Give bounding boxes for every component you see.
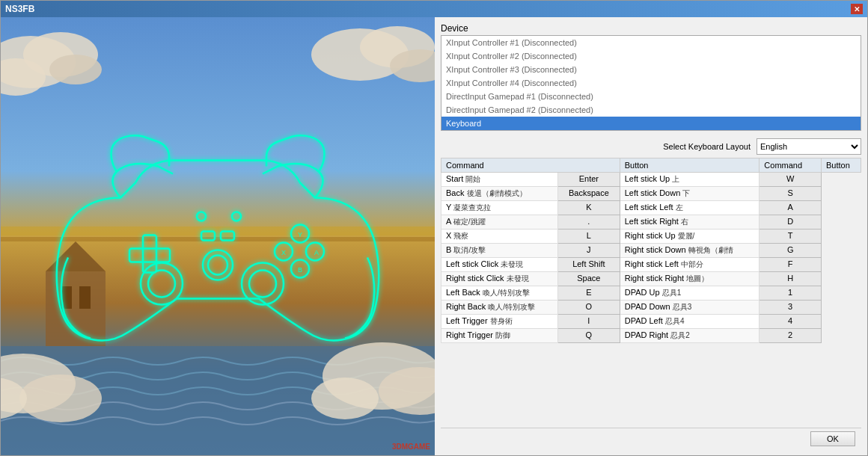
svg-point-14 bbox=[19, 375, 102, 422]
btn1-cell: Left Shift bbox=[558, 258, 620, 272]
keyboard-layout-select[interactable]: EnglishJapaneseChinese bbox=[757, 138, 861, 155]
keyboard-layout-row: Select Keyboard Layout EnglishJapaneseCh… bbox=[441, 138, 861, 155]
btn2-cell: G bbox=[760, 244, 822, 258]
cmd1-cell: X 飛察 bbox=[441, 229, 558, 244]
cmd1-cell: Right stick Click 未發現 bbox=[441, 272, 558, 286]
svg-point-25 bbox=[242, 263, 284, 305]
device-item-dinput1[interactable]: DirectInput Gamepad #1 (Disconnected) bbox=[441, 90, 861, 103]
btn1-cell: Q bbox=[558, 329, 620, 343]
keyboard-layout-label: Select Keyboard Layout bbox=[663, 142, 751, 151]
svg-point-35 bbox=[197, 212, 206, 221]
svg-text:B: B bbox=[298, 266, 302, 274]
window-title: NS3FB bbox=[5, 4, 34, 14]
cmd1-cell: Left stick Click 未發現 bbox=[441, 258, 558, 272]
btn2-cell: F bbox=[760, 258, 822, 272]
cmd1-cell: Y 凝菜查克拉 bbox=[441, 201, 558, 215]
device-item-xinput1[interactable]: XInput Controller #1 (Disconnected) bbox=[441, 36, 861, 49]
mapping-tbody: Start 開始EnterLeft stick Up 上WBack 後退（劇情模… bbox=[441, 173, 861, 343]
svg-point-34 bbox=[208, 256, 227, 275]
cmd2-cell: Right stick Left 中部分 bbox=[620, 258, 760, 272]
table-row: Start 開始EnterLeft stick Up 上W bbox=[441, 173, 861, 187]
device-label: Device bbox=[441, 23, 861, 34]
btn2-cell: H bbox=[760, 272, 822, 286]
svg-rect-31 bbox=[201, 232, 215, 241]
table-row: Right Trigger 防御QDPAD Right 忍具22 bbox=[441, 329, 861, 343]
btn1-cell: . bbox=[558, 215, 620, 229]
mapping-table: Command Button Command Button Start 開始En… bbox=[441, 158, 861, 428]
controller-svg: Y A B X bbox=[46, 108, 390, 363]
device-item-xinput2[interactable]: XInput Controller #2 (Disconnected) bbox=[441, 49, 861, 63]
table-row: Right stick Click 未發現SpaceRight stick Ri… bbox=[441, 272, 861, 286]
btn2-cell: 3 bbox=[760, 301, 822, 315]
btn1-cell: L bbox=[558, 229, 620, 244]
table-row: Left Trigger 替身術IDPAD Left 忍具44 bbox=[441, 315, 861, 329]
watermark: 3DMGAME bbox=[392, 443, 430, 451]
cmd2-cell: Left stick Up 上 bbox=[620, 173, 760, 187]
left-panel: Y A B X 3DMGAME bbox=[1, 17, 435, 455]
svg-rect-22 bbox=[129, 249, 170, 262]
controller-image: Y A B X bbox=[46, 108, 390, 365]
cmd2-cell: Left stick Down 下 bbox=[620, 187, 760, 201]
btn1-cell: Backspace bbox=[558, 187, 620, 201]
btn2-cell: D bbox=[760, 215, 822, 229]
svg-point-36 bbox=[232, 212, 241, 221]
cmd2-cell: DPAD Left 忍具4 bbox=[620, 315, 760, 329]
key-mapping-table: Command Button Command Button Start 開始En… bbox=[441, 158, 861, 343]
ok-button[interactable]: OK bbox=[810, 431, 855, 446]
btn2-cell: 4 bbox=[760, 315, 822, 329]
svg-text:A: A bbox=[314, 249, 319, 256]
btn1-cell: I bbox=[558, 315, 620, 329]
table-row: A 確定/跳躍.Left stick Right 右D bbox=[441, 215, 861, 229]
btn2-cell: A bbox=[760, 201, 822, 215]
btn2-cell: 2 bbox=[760, 329, 822, 343]
device-list[interactable]: XInput Controller #1 (Disconnected)XInpu… bbox=[441, 35, 861, 131]
header-command-1: Command bbox=[441, 158, 620, 173]
btn1-cell: Enter bbox=[558, 173, 620, 187]
btn1-cell: K bbox=[558, 201, 620, 215]
table-row: Left Back 喚人/特別攻擊EDPAD Up 忍具11 bbox=[441, 286, 861, 301]
right-panel: Device XInput Controller #1 (Disconnecte… bbox=[435, 17, 867, 455]
device-item-xinput4[interactable]: XInput Controller #4 (Disconnected) bbox=[441, 76, 861, 90]
cmd2-cell: Left stick Right 右 bbox=[620, 215, 760, 229]
device-section: Device XInput Controller #1 (Disconnecte… bbox=[441, 23, 861, 131]
header-button-1: Button bbox=[620, 158, 760, 173]
svg-text:X: X bbox=[281, 249, 286, 256]
table-header-row: Command Button Command Button bbox=[441, 158, 861, 173]
cmd1-cell: Start 開始 bbox=[441, 173, 558, 187]
btn2-cell: W bbox=[760, 173, 822, 187]
device-item-dinput2[interactable]: DirectInput Gamepad #2 (Disconnected) bbox=[441, 103, 861, 117]
btn2-cell: 1 bbox=[760, 286, 822, 301]
table-row: X 飛察LRight stick Up 愛麗/T bbox=[441, 229, 861, 244]
cmd2-cell: DPAD Down 忍具3 bbox=[620, 301, 760, 315]
main-window: NS3FB ✕ bbox=[0, 0, 868, 456]
cmd2-cell: Right stick Up 愛麗/ bbox=[620, 229, 760, 244]
svg-text:Y: Y bbox=[298, 231, 302, 238]
svg-point-26 bbox=[249, 271, 276, 298]
btn2-cell: T bbox=[760, 229, 822, 244]
cmd1-cell: Right Trigger 防御 bbox=[441, 329, 558, 343]
header-command-2: Command bbox=[760, 158, 822, 173]
device-item-keyboard[interactable]: Keyboard bbox=[441, 117, 861, 130]
svg-point-18 bbox=[311, 378, 379, 419]
cmd1-cell: Back 後退（劇情模式） bbox=[441, 187, 558, 201]
device-item-xinput3[interactable]: XInput Controller #3 (Disconnected) bbox=[441, 63, 861, 76]
table-row: Back 後退（劇情模式）BackspaceLeft stick Down 下S bbox=[441, 187, 861, 201]
table-row: Right Back 喚人/特別攻擊ODPAD Down 忍具33 bbox=[441, 301, 861, 315]
close-button[interactable]: ✕ bbox=[851, 4, 863, 14]
svg-rect-32 bbox=[221, 232, 234, 241]
btn1-cell: Space bbox=[558, 272, 620, 286]
cmd1-cell: Left Back 喚人/特別攻擊 bbox=[441, 286, 558, 301]
cmd2-cell: Left stick Left 左 bbox=[620, 201, 760, 215]
content-area: Y A B X 3DMGAME Device XInput Controller… bbox=[1, 17, 867, 455]
btn1-cell: O bbox=[558, 301, 620, 315]
cmd1-cell: Right Back 喚人/特別攻擊 bbox=[441, 301, 558, 315]
table-row: B 取消/攻擊JRight stick Down 轉視角（劇情G bbox=[441, 244, 861, 258]
cmd2-cell: Right stick Right 地圖） bbox=[620, 272, 760, 286]
table-row: Y 凝菜查克拉KLeft stick Left 左A bbox=[441, 201, 861, 215]
table-row: Left stick Click 未發現Left ShiftRight stic… bbox=[441, 258, 861, 272]
svg-point-9 bbox=[49, 55, 102, 84]
btn1-cell: E bbox=[558, 286, 620, 301]
game-background: Y A B X 3DMGAME bbox=[1, 17, 435, 455]
svg-point-24 bbox=[148, 271, 175, 298]
cmd2-cell: Right stick Down 轉視角（劇情 bbox=[620, 244, 760, 258]
